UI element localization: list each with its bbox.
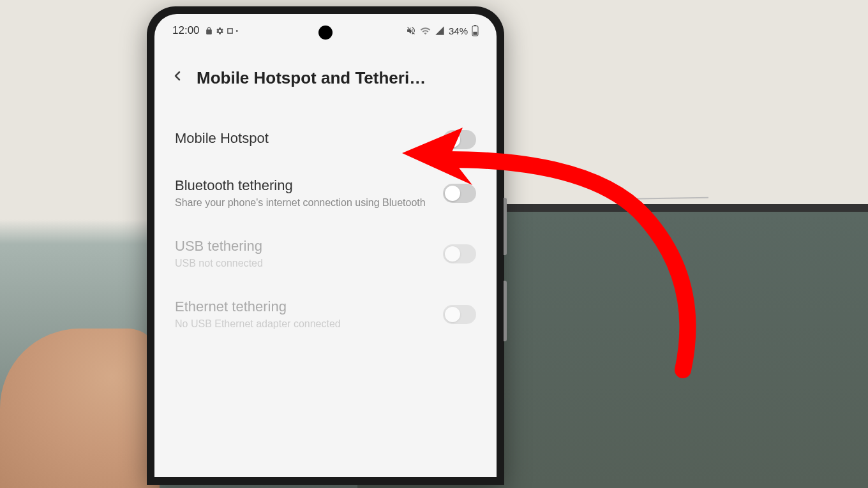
status-icons-left: • [205,27,239,35]
square-icon [227,27,234,35]
setting-usb-tethering: USB tethering USB not connected [154,224,497,285]
setting-mobile-hotspot-text: Mobile Hotspot [175,130,443,149]
phone-power-button [504,281,507,341]
setting-ethernet-subtitle: No USB Ethernet adapter connected [175,318,430,331]
svg-rect-2 [474,25,477,26]
setting-mobile-hotspot[interactable]: Mobile Hotspot [154,116,497,163]
svg-rect-3 [473,32,477,35]
back-button[interactable] [170,68,185,88]
status-time: 12:00 [172,24,200,37]
setting-ethernet-title: Ethernet tethering [175,299,430,315]
mute-icon [406,26,416,36]
phone-volume-button [504,198,507,255]
setting-bluetooth-text: Bluetooth tethering Share your phone's i… [175,177,443,210]
signal-icon [435,26,445,36]
setting-bluetooth-title: Bluetooth tethering [175,177,430,194]
status-bar-right: 34% [406,25,479,36]
wall-crack [613,197,708,200]
mobile-hotspot-toggle[interactable] [443,130,476,149]
settings-list: Mobile Hotspot Bluetooth tethering Share… [154,103,497,357]
page-title: Mobile Hotspot and Tetheri… [197,68,481,88]
bluetooth-tethering-toggle[interactable] [443,184,476,203]
status-bar-left: 12:00 • [172,24,238,37]
setting-usb-subtitle: USB not connected [175,257,430,270]
phone-frame: 12:00 • [147,6,504,485]
setting-ethernet-text: Ethernet tethering No USB Ethernet adapt… [175,299,443,331]
setting-usb-text: USB tethering USB not connected [175,238,443,270]
battery-percent: 34% [449,26,468,36]
svg-rect-0 [227,28,232,33]
wifi-icon [420,26,431,36]
ethernet-tethering-toggle [443,305,476,324]
setting-ethernet-tethering: Ethernet tethering No USB Ethernet adapt… [154,285,497,345]
usb-tethering-toggle [443,244,476,263]
gear-icon [216,27,224,35]
camera-punch-hole [318,26,333,40]
page-header: Mobile Hotspot and Tetheri… [154,42,497,103]
setting-bluetooth-subtitle: Share your phone's internet connection u… [175,196,430,210]
hand-holding-phone [0,329,160,488]
dot-icon: • [236,27,239,35]
battery-icon [472,25,479,36]
setting-bluetooth-tethering[interactable]: Bluetooth tethering Share your phone's i… [154,163,497,224]
phone-screen: 12:00 • [154,14,497,477]
setting-mobile-hotspot-title: Mobile Hotspot [175,130,430,147]
setting-usb-title: USB tethering [175,238,430,255]
lock-icon [205,27,213,35]
